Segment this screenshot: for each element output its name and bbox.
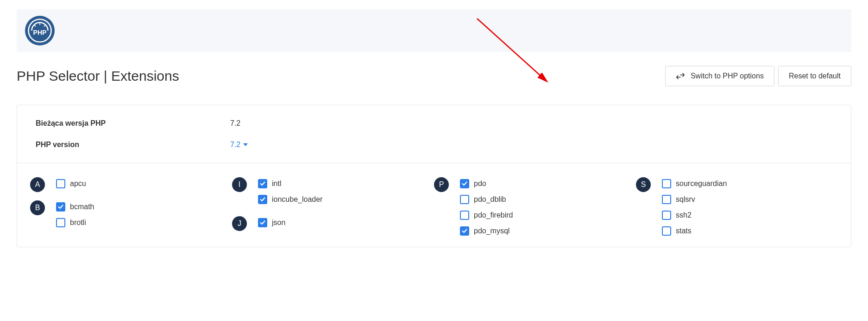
svg-line-2 <box>34 25 36 27</box>
switch-button-label: Switch to PHP options <box>691 72 764 80</box>
svg-line-3 <box>44 25 46 27</box>
extension-checkbox[interactable] <box>662 211 671 220</box>
extension-group-header: Bbcmathbrotli <box>30 199 232 234</box>
extension-item: sqlsrv <box>662 195 727 204</box>
extension-item: stats <box>662 226 727 236</box>
extension-checkbox[interactable] <box>460 211 469 220</box>
extension-checkbox[interactable] <box>258 195 267 204</box>
extension-label: pdo <box>474 180 486 188</box>
extension-checkbox[interactable] <box>258 218 267 227</box>
letter-badge: J <box>232 216 247 231</box>
caret-down-icon <box>243 143 248 146</box>
extension-column: Ppdopdo_dblibpdo_firebirdpdo_mysql <box>434 176 636 247</box>
extension-label: sourceguardian <box>676 180 727 188</box>
letter-badge: I <box>232 177 247 192</box>
extension-label: json <box>272 218 285 227</box>
extension-checkbox[interactable] <box>662 195 671 204</box>
letter-badge: B <box>30 200 45 215</box>
extension-item: json <box>258 218 285 227</box>
extension-checkbox[interactable] <box>460 195 469 204</box>
extension-items: pdopdo_dblibpdo_firebirdpdo_mysql <box>460 176 513 242</box>
extension-item: pdo_mysql <box>460 226 513 236</box>
extension-group: Jjson <box>232 215 434 234</box>
extension-items: bcmathbrotli <box>56 199 94 234</box>
current-version-value: 7.2 <box>230 119 240 128</box>
letter-badge: A <box>30 177 45 192</box>
extension-label: sqlsrv <box>676 195 695 204</box>
extension-label: intl <box>272 180 281 188</box>
current-version-row: Bieżąca wersja PHP 7.2 <box>36 119 832 128</box>
main-panel: Bieżąca wersja PHP 7.2 PHP version 7.2 A… <box>17 105 851 247</box>
extension-checkbox[interactable] <box>662 179 671 188</box>
extension-item: pdo_dblib <box>460 195 513 204</box>
extension-items: apcu <box>56 176 86 195</box>
extension-checkbox[interactable] <box>56 218 65 227</box>
extension-items: json <box>258 215 285 234</box>
extension-checkbox[interactable] <box>258 179 267 188</box>
extension-group-header: Ssourceguardiansqlsrvssh2stats <box>636 176 838 242</box>
extension-column: Iintlioncube_loaderJjson <box>232 176 434 247</box>
extensions-area: AapcuBbcmathbrotliIintlioncube_loaderJjs… <box>17 163 851 247</box>
extension-item: bcmath <box>56 202 94 212</box>
extension-group-header: Aapcu <box>30 176 232 195</box>
swap-icon <box>676 72 685 80</box>
extension-checkbox[interactable] <box>460 179 469 188</box>
extension-label: stats <box>676 227 692 235</box>
extension-label: bcmath <box>70 203 94 211</box>
php-version-row: PHP version 7.2 <box>36 141 832 149</box>
reset-button-label: Reset to default <box>789 72 841 80</box>
php-version-value: 7.2 <box>230 141 240 149</box>
extension-item: brotli <box>56 218 94 227</box>
extension-group: Bbcmathbrotli <box>30 199 232 234</box>
extension-checkbox[interactable] <box>56 179 65 188</box>
extension-item: ioncube_loader <box>258 195 322 204</box>
extension-label: ssh2 <box>676 211 692 219</box>
panel-info-section: Bieżąca wersja PHP 7.2 PHP version 7.2 <box>17 105 851 163</box>
extension-item: sourceguardian <box>662 179 727 188</box>
page-title: PHP Selector | Extensions <box>17 68 179 84</box>
extension-items: sourceguardiansqlsrvssh2stats <box>662 176 727 242</box>
extension-item: apcu <box>56 179 86 188</box>
extension-group: Iintlioncube_loader <box>232 176 434 211</box>
reset-to-default-button[interactable]: Reset to default <box>778 66 851 86</box>
extension-item: intl <box>258 179 322 188</box>
svg-text:PHP: PHP <box>33 29 47 36</box>
top-banner: PHP <box>17 9 851 52</box>
extension-group-header: Iintlioncube_loader <box>232 176 434 211</box>
php-logo-icon: PHP <box>25 16 55 45</box>
extension-group: Ppdopdo_dblibpdo_firebirdpdo_mysql <box>434 176 636 242</box>
extension-group: Ssourceguardiansqlsrvssh2stats <box>636 176 838 242</box>
extension-label: pdo_dblib <box>474 195 506 204</box>
letter-badge: P <box>434 177 449 192</box>
extension-item: ssh2 <box>662 211 727 220</box>
extension-label: apcu <box>70 180 86 188</box>
php-version-dropdown[interactable]: 7.2 <box>230 141 248 149</box>
title-row: PHP Selector | Extensions Switch to PHP … <box>17 66 851 86</box>
current-version-label: Bieżąca wersja PHP <box>36 119 230 128</box>
extension-column: AapcuBbcmathbrotli <box>30 176 232 247</box>
letter-badge: S <box>636 177 651 192</box>
extension-label: pdo_firebird <box>474 211 513 219</box>
extension-group-header: Ppdopdo_dblibpdo_firebirdpdo_mysql <box>434 176 636 242</box>
extension-label: ioncube_loader <box>272 195 322 204</box>
extension-column: Ssourceguardiansqlsrvssh2stats <box>636 176 838 247</box>
extension-group-header: Jjson <box>232 215 434 234</box>
extension-label: pdo_mysql <box>474 227 509 235</box>
extension-items: intlioncube_loader <box>258 176 322 211</box>
switch-to-php-options-button[interactable]: Switch to PHP options <box>665 66 774 86</box>
extension-group: Aapcu <box>30 176 232 195</box>
extension-checkbox[interactable] <box>662 226 671 236</box>
extension-label: brotli <box>70 218 86 227</box>
title-buttons: Switch to PHP options Reset to default <box>665 66 851 86</box>
php-version-label: PHP version <box>36 141 230 149</box>
extension-checkbox[interactable] <box>460 226 469 236</box>
extension-item: pdo <box>460 179 513 188</box>
extension-checkbox[interactable] <box>56 202 65 212</box>
extension-item: pdo_firebird <box>460 211 513 220</box>
